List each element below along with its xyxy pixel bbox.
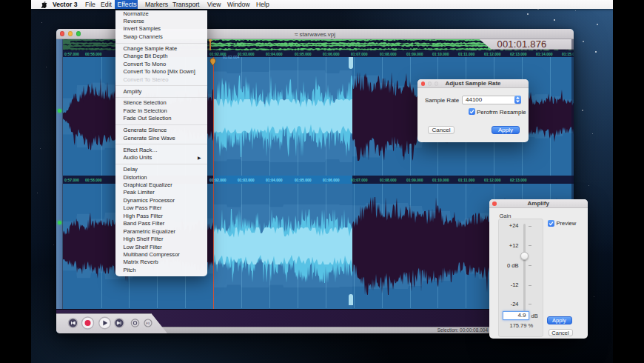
svg-text:FX: FX <box>146 322 150 325</box>
